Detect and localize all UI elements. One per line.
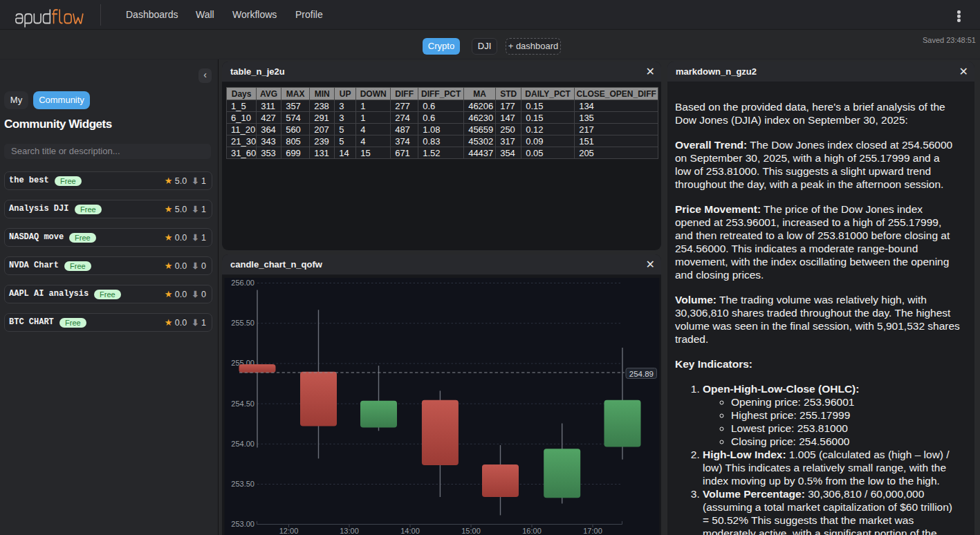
svg-text:254.89: 254.89: [629, 370, 654, 378]
svg-text:13:00: 13:00: [340, 527, 359, 535]
svg-text:17:00: 17:00: [583, 527, 602, 535]
svg-text:12:00: 12:00: [279, 527, 299, 535]
svg-text:254.00: 254.00: [231, 440, 255, 448]
svg-text:255.50: 255.50: [231, 319, 255, 327]
svg-text:253.50: 253.50: [231, 480, 255, 488]
svg-text:253.00: 253.00: [231, 520, 255, 528]
svg-text:15:00: 15:00: [461, 527, 481, 535]
svg-text:254.50: 254.50: [231, 400, 255, 408]
svg-text:16:00: 16:00: [522, 527, 542, 535]
svg-text:14:00: 14:00: [400, 527, 420, 535]
svg-text:256.00: 256.00: [231, 279, 255, 287]
